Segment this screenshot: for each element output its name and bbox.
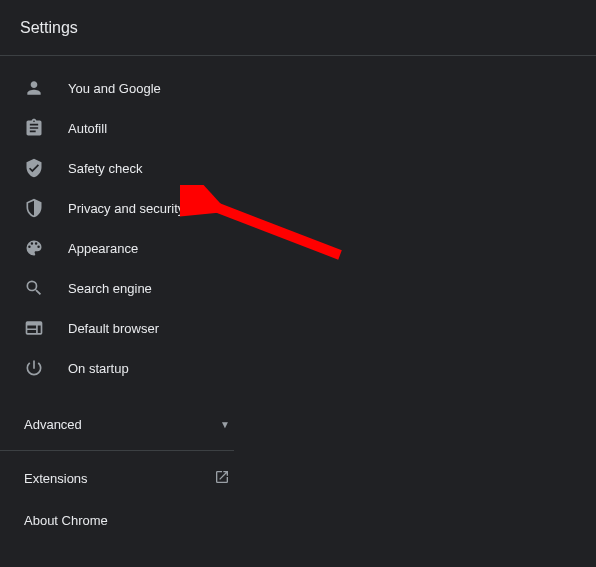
security-shield-icon bbox=[24, 198, 44, 218]
open-in-new-icon bbox=[214, 469, 230, 488]
palette-icon bbox=[24, 238, 44, 258]
sidebar-item-advanced[interactable]: Advanced ▼ bbox=[0, 404, 250, 444]
person-icon bbox=[24, 78, 44, 98]
verified-shield-icon bbox=[24, 158, 44, 178]
sidebar-item-privacy-and-security[interactable]: Privacy and security bbox=[0, 188, 250, 228]
page-title: Settings bbox=[20, 19, 78, 37]
sidebar-item-search-engine[interactable]: Search engine bbox=[0, 268, 250, 308]
sidebar-item-label: Search engine bbox=[68, 281, 152, 296]
sidebar-item-label: On startup bbox=[68, 361, 129, 376]
settings-header: Settings bbox=[0, 0, 596, 56]
power-icon bbox=[24, 358, 44, 378]
sidebar-item-about-chrome[interactable]: About Chrome bbox=[0, 499, 250, 541]
sidebar-item-appearance[interactable]: Appearance bbox=[0, 228, 250, 268]
sidebar-item-default-browser[interactable]: Default browser bbox=[0, 308, 250, 348]
sidebar-item-label: Autofill bbox=[68, 121, 107, 136]
sidebar-item-safety-check[interactable]: Safety check bbox=[0, 148, 250, 188]
sidebar-item-autofill[interactable]: Autofill bbox=[0, 108, 250, 148]
sidebar-item-label: Safety check bbox=[68, 161, 142, 176]
settings-sidebar: You and Google Autofill Safety check Pri… bbox=[0, 56, 250, 541]
advanced-label: Advanced bbox=[24, 417, 82, 432]
extensions-label: Extensions bbox=[24, 471, 88, 486]
about-label: About Chrome bbox=[24, 513, 108, 528]
sidebar-divider bbox=[0, 450, 234, 451]
chevron-down-icon: ▼ bbox=[220, 419, 230, 430]
sidebar-item-extensions[interactable]: Extensions bbox=[0, 457, 250, 499]
sidebar-item-on-startup[interactable]: On startup bbox=[0, 348, 250, 388]
search-icon bbox=[24, 278, 44, 298]
sidebar-item-label: Appearance bbox=[68, 241, 138, 256]
web-icon bbox=[24, 318, 44, 338]
assignment-icon bbox=[24, 118, 44, 138]
sidebar-item-label: You and Google bbox=[68, 81, 161, 96]
sidebar-item-you-and-google[interactable]: You and Google bbox=[0, 68, 250, 108]
sidebar-item-label: Privacy and security bbox=[68, 201, 184, 216]
sidebar-item-label: Default browser bbox=[68, 321, 159, 336]
